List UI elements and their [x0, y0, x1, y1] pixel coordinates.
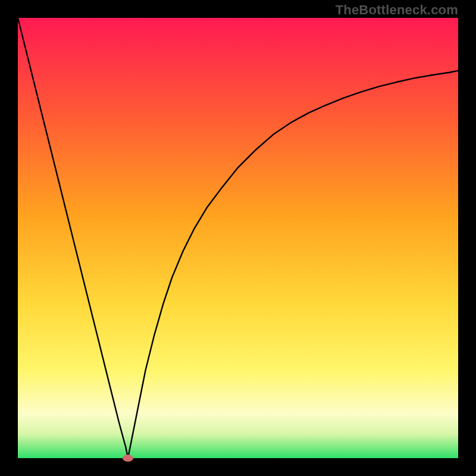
- bottleneck-chart: [18, 18, 458, 458]
- watermark-text: TheBottleneck.com: [336, 2, 458, 18]
- optimal-point-marker: [123, 455, 133, 462]
- chart-frame: [18, 18, 458, 458]
